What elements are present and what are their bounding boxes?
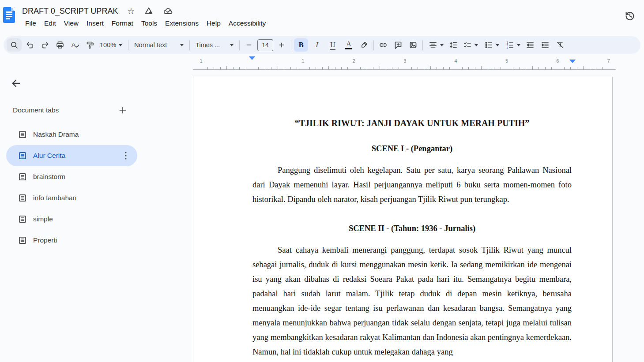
svg-text:3: 3: [507, 46, 508, 49]
star-icon[interactable]: ☆: [127, 7, 135, 15]
scene2-paragraph: Saat cahaya kembali menerangi panggung, …: [252, 243, 572, 359]
scene1-heading: SCENE I - (Pengantar): [252, 142, 572, 156]
menu-extensions[interactable]: Extensions: [161, 19, 203, 28]
tab-label: Naskah Drama: [33, 131, 79, 138]
menu-bar: File Edit View Insert Format Tools Exten…: [21, 19, 270, 28]
redo-icon[interactable]: [38, 38, 52, 52]
tab-document-icon: [18, 151, 27, 160]
sidebar-tab-naskah-drama[interactable]: Naskah Drama: [6, 124, 137, 145]
chevron-down-icon: [440, 44, 444, 46]
color-swatch: [345, 48, 352, 50]
increase-font-size-icon[interactable]: [275, 38, 288, 52]
tab-label: info tambahan: [33, 194, 76, 202]
move-icon[interactable]: [144, 6, 154, 16]
divider: [189, 40, 190, 50]
tab-document-icon: [18, 236, 27, 245]
print-icon[interactable]: [53, 38, 67, 52]
indent-marker-left[interactable]: [249, 60, 255, 68]
menu-tools[interactable]: Tools: [137, 19, 161, 28]
menu-accessibility[interactable]: Accessibility: [225, 19, 270, 28]
sidebar-tab-properti[interactable]: Properti: [6, 230, 137, 251]
line-spacing-icon[interactable]: [447, 38, 460, 52]
tab-document-icon: [18, 130, 27, 139]
tab-options-icon[interactable]: [121, 151, 130, 160]
search-menus-icon[interactable]: [7, 38, 22, 52]
divider: [373, 40, 374, 50]
menu-edit[interactable]: Edit: [40, 19, 60, 28]
tab-label: brainstorm: [33, 173, 65, 181]
svg-text:A: A: [72, 41, 75, 48]
font-size-input[interactable]: 14: [257, 39, 273, 51]
tab-document-icon: [18, 194, 27, 202]
menu-insert[interactable]: Insert: [83, 19, 108, 28]
increase-indent-icon[interactable]: [539, 38, 552, 52]
sidebar-tab-brainstorm[interactable]: brainstorm: [6, 166, 137, 187]
back-arrow-icon[interactable]: [11, 78, 21, 89]
menu-file[interactable]: File: [21, 19, 40, 28]
paint-format-icon[interactable]: [83, 38, 97, 52]
sidebar-tab-alur-cerita[interactable]: Alur Cerita: [6, 145, 137, 166]
clear-formatting-icon[interactable]: [554, 38, 567, 52]
undo-icon[interactable]: [23, 38, 37, 52]
highlight-color-icon[interactable]: [358, 38, 371, 52]
document-tabs-title: Document tabs: [13, 106, 59, 114]
decrease-font-size-icon[interactable]: [242, 38, 256, 52]
sidebar-tab-info-tambahan[interactable]: info tambahan: [6, 187, 137, 209]
document-title[interactable]: DRAFT 0_SCRIPT UPRAK: [22, 7, 118, 16]
insert-link-icon[interactable]: [377, 38, 390, 52]
divider: [422, 40, 423, 50]
bulleted-list-select[interactable]: [481, 38, 502, 52]
tab-document-icon: [18, 215, 27, 224]
chevron-down-icon: [119, 44, 122, 46]
scene2-heading: SCENE II - (Tahun: 1936 - Jurnalis): [252, 221, 572, 236]
horizontal-ruler[interactable]: 11234567: [193, 57, 616, 70]
toolbar: A 100% Normal text Times ... 14 B I U A: [4, 36, 640, 54]
document-page[interactable]: “TJILIK RIWUT: JANJI DAYAK UNTUK MERAH P…: [193, 77, 613, 362]
menu-view[interactable]: View: [60, 19, 83, 28]
text-color-button[interactable]: A: [342, 38, 356, 52]
indent-marker-right[interactable]: [569, 63, 576, 71]
divider: [291, 40, 291, 50]
document-tabs-sidebar: Document tabs Naskah Drama Alur Cerita b…: [0, 54, 190, 362]
spellcheck-icon[interactable]: A: [68, 38, 82, 52]
version-history-icon[interactable]: [624, 10, 636, 22]
tab-label: Properti: [33, 236, 57, 244]
divider: [239, 40, 240, 50]
menu-format[interactable]: Format: [108, 19, 137, 28]
underline-button[interactable]: U: [326, 38, 340, 52]
numbered-list-select[interactable]: 123: [502, 38, 523, 52]
chevron-down-icon: [496, 44, 499, 46]
italic-button[interactable]: I: [310, 38, 324, 52]
insert-image-icon[interactable]: [407, 38, 420, 52]
bold-button[interactable]: B: [294, 38, 308, 52]
google-docs-logo-icon[interactable]: [3, 7, 15, 23]
tab-label: Alur Cerita: [33, 152, 65, 160]
paragraph-styles-select[interactable]: Normal text: [131, 38, 187, 52]
chevron-down-icon: [180, 44, 184, 46]
add-comment-icon[interactable]: [392, 38, 405, 52]
script-title: “TJILIK RIWUT: JANJI DAYAK UNTUK MERAH P…: [252, 116, 572, 131]
top-bar: DRAFT 0_SCRIPT UPRAK ☆ File Edit View In…: [0, 0, 644, 36]
checklist-select[interactable]: [460, 38, 481, 52]
tab-document-icon: [18, 172, 27, 181]
decrease-indent-icon[interactable]: [523, 38, 537, 52]
scene1-paragraph: Panggung diselimuti oleh kegelapan. Satu…: [252, 163, 572, 207]
font-select[interactable]: Times ...: [192, 38, 237, 52]
cloud-saved-icon[interactable]: [163, 6, 173, 16]
zoom-select[interactable]: 100%: [97, 38, 125, 52]
add-tab-icon[interactable]: [117, 105, 128, 116]
chevron-down-icon: [517, 44, 520, 46]
chevron-down-icon: [475, 44, 478, 46]
chevron-down-icon: [230, 44, 233, 46]
menu-help[interactable]: Help: [203, 19, 225, 28]
tab-label: simple: [33, 215, 53, 223]
document-canvas: 11234567 “TJILIK RIWUT: JANJI DAYAK UNTU…: [190, 54, 644, 362]
align-select[interactable]: [426, 38, 447, 52]
tabs-list: Naskah Drama Alur Cerita brainstorm info…: [6, 124, 137, 251]
divider: [128, 40, 128, 50]
sidebar-tab-simple[interactable]: simple: [6, 209, 137, 230]
